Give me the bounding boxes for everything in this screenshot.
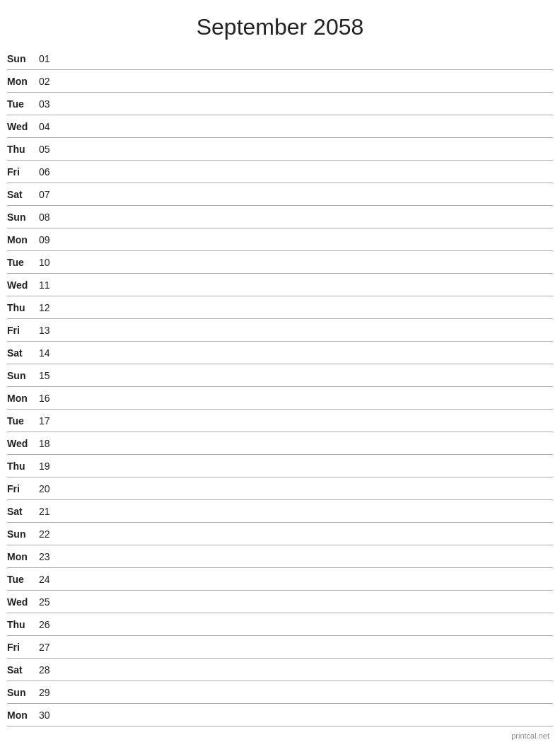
calendar-row: Sat07 — [7, 183, 553, 206]
day-line — [60, 103, 553, 104]
day-number: 19 — [39, 461, 60, 472]
day-name: Wed — [7, 279, 39, 291]
day-line — [60, 126, 553, 127]
calendar-row: Mon09 — [7, 228, 553, 251]
calendar-row: Tue17 — [7, 410, 553, 432]
day-name: Mon — [7, 234, 39, 245]
calendar-row: Sat14 — [7, 342, 553, 364]
day-line — [60, 579, 553, 579]
day-number: 25 — [39, 596, 60, 608]
calendar-row: Thu26 — [7, 613, 553, 636]
day-number: 17 — [39, 415, 60, 427]
day-line — [60, 375, 553, 376]
calendar-row: Fri13 — [7, 319, 553, 342]
calendar-row: Sat28 — [7, 659, 553, 681]
calendar-row: Fri27 — [7, 636, 553, 659]
day-name: Fri — [7, 166, 39, 178]
day-number: 05 — [39, 144, 60, 155]
day-number: 10 — [39, 257, 60, 268]
day-number: 22 — [39, 528, 60, 540]
day-line — [60, 352, 553, 353]
day-line — [60, 307, 553, 308]
calendar-row: Tue24 — [7, 568, 553, 591]
day-name: Tue — [7, 98, 39, 110]
day-number: 21 — [39, 506, 60, 517]
calendar-row: Wed04 — [7, 115, 553, 138]
day-line — [60, 81, 553, 81]
day-name: Thu — [7, 461, 39, 472]
calendar-row: Fri20 — [7, 477, 553, 500]
day-name: Sun — [7, 53, 39, 64]
calendar-row: Sun22 — [7, 523, 553, 545]
day-name: Fri — [7, 483, 39, 494]
day-number: 07 — [39, 189, 60, 200]
day-name: Wed — [7, 596, 39, 608]
day-line — [60, 262, 553, 262]
calendar-row: Mon16 — [7, 387, 553, 410]
day-number: 16 — [39, 393, 60, 404]
calendar-row: Thu12 — [7, 296, 553, 319]
calendar-row: Thu05 — [7, 138, 553, 161]
day-number: 11 — [39, 279, 60, 291]
day-line — [60, 669, 553, 670]
day-number: 29 — [39, 687, 60, 698]
day-line — [60, 239, 553, 240]
calendar-row: Tue10 — [7, 251, 553, 274]
day-line — [60, 443, 553, 444]
day-line — [60, 58, 553, 59]
day-number: 18 — [39, 438, 60, 449]
day-name: Mon — [7, 551, 39, 562]
day-number: 13 — [39, 325, 60, 336]
day-number: 08 — [39, 212, 60, 223]
day-line — [60, 714, 553, 715]
calendar-row: Fri06 — [7, 161, 553, 183]
calendar-row: Wed25 — [7, 591, 553, 613]
day-number: 24 — [39, 574, 60, 585]
day-name: Sat — [7, 506, 39, 517]
day-number: 15 — [39, 370, 60, 381]
day-line — [60, 149, 553, 149]
day-number: 03 — [39, 98, 60, 110]
day-line — [60, 624, 553, 625]
calendar-row: Mon23 — [7, 545, 553, 568]
day-name: Thu — [7, 302, 39, 313]
day-number: 14 — [39, 347, 60, 359]
day-line — [60, 692, 553, 693]
day-line — [60, 556, 553, 557]
day-line — [60, 194, 553, 195]
day-name: Sun — [7, 212, 39, 223]
day-name: Mon — [7, 76, 39, 87]
calendar-row: Wed11 — [7, 274, 553, 296]
day-line — [60, 420, 553, 421]
day-number: 28 — [39, 664, 60, 676]
day-line — [60, 330, 553, 330]
day-name: Thu — [7, 619, 39, 630]
day-name: Mon — [7, 393, 39, 404]
day-name: Mon — [7, 710, 39, 721]
day-name: Fri — [7, 325, 39, 336]
day-name: Sun — [7, 687, 39, 698]
day-line — [60, 465, 553, 466]
day-number: 04 — [39, 121, 60, 132]
day-number: 20 — [39, 483, 60, 494]
day-number: 27 — [39, 642, 60, 653]
day-name: Tue — [7, 415, 39, 427]
calendar-row: Mon30 — [7, 704, 553, 726]
footer-credit: printcal.net — [511, 731, 549, 740]
day-number: 26 — [39, 619, 60, 630]
day-name: Sat — [7, 189, 39, 200]
calendar-row: Tue03 — [7, 93, 553, 115]
day-line — [60, 488, 553, 489]
page-title: September 2058 — [0, 0, 560, 47]
day-number: 01 — [39, 53, 60, 64]
day-name: Sun — [7, 370, 39, 381]
day-name: Wed — [7, 438, 39, 449]
day-name: Tue — [7, 574, 39, 585]
day-name: Wed — [7, 121, 39, 132]
day-name: Thu — [7, 144, 39, 155]
calendar-row: Sun01 — [7, 47, 553, 70]
day-number: 09 — [39, 234, 60, 245]
calendar-row: Thu19 — [7, 455, 553, 477]
calendar-row: Sun15 — [7, 364, 553, 387]
day-line — [60, 171, 553, 172]
